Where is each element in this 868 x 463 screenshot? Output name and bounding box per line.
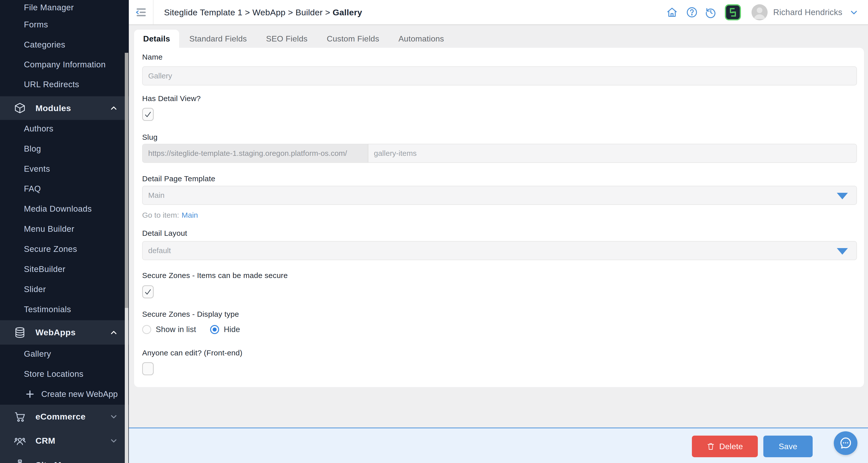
detail-layout-value: default (148, 246, 171, 255)
radio-hide[interactable] (210, 325, 219, 334)
dropdown-caret-icon (837, 248, 848, 255)
slug-input-value: gallery-items (368, 149, 416, 158)
user-name[interactable]: Richard Hendricks (773, 7, 842, 17)
has-detail-view-checkbox[interactable] (142, 108, 154, 121)
tab-standard-fields[interactable]: Standard Fields (180, 30, 256, 48)
sidebar-item-forms[interactable]: Forms (24, 20, 48, 29)
secure-zones-display-label: Secure Zones - Display type (142, 310, 239, 319)
header-actions: Richard Hendricks (666, 0, 859, 24)
sidebar-item-url-redirects[interactable]: URL Redirects (24, 80, 79, 89)
sidebar-item-gallery[interactable]: Gallery (24, 349, 51, 359)
has-detail-view-label: Has Detail View? (142, 94, 201, 103)
sidebar: File Manager Forms Categories Company In… (0, 0, 129, 463)
plus-icon (25, 389, 35, 399)
sidebar-item-categories[interactable]: Categories (24, 40, 65, 49)
chevron-up-icon[interactable] (109, 328, 118, 337)
delete-button[interactable]: Delete (692, 436, 758, 457)
trash-icon (707, 442, 715, 451)
sidebar-item-sitebuilder[interactable]: SiteBuilder (24, 264, 65, 274)
radio-show-in-list[interactable] (142, 325, 151, 334)
sidebar-item-blog[interactable]: Blog (24, 144, 41, 154)
sidebar-section-crm[interactable]: CRM (0, 429, 129, 453)
anyone-can-edit-label: Anyone can edit? (Front-end) (142, 349, 243, 357)
check-icon (144, 288, 152, 296)
slug-input[interactable]: https://siteglide-template-1.staging.ore… (142, 144, 857, 163)
detail-page-template-value: Main (148, 191, 164, 200)
name-input[interactable]: Gallery (142, 66, 857, 86)
sidebar-item-file-manager[interactable]: File Manager (24, 3, 74, 12)
sidebar-item-faq[interactable]: FAQ (24, 184, 41, 194)
radio-show-in-list-label[interactable]: Show in list (156, 325, 196, 334)
breadcrumb-current: Gallery (333, 7, 362, 17)
chevron-up-icon[interactable] (109, 104, 118, 112)
tab-custom-fields[interactable]: Custom Fields (318, 30, 388, 48)
anyone-can-edit-checkbox[interactable] (142, 362, 154, 375)
create-new-webapp-label: Create new WebApp (41, 389, 118, 399)
save-button-label: Save (779, 442, 797, 451)
detail-page-template-select[interactable]: Main (142, 186, 857, 205)
sidebar-section-label: Site Manager (35, 460, 90, 463)
chevron-down-icon[interactable] (109, 436, 118, 445)
sidebar-section-ecommerce[interactable]: eCommerce (0, 405, 129, 429)
sidebar-item-slider[interactable]: Slider (24, 285, 46, 294)
detail-layout-select[interactable]: default (142, 241, 857, 260)
secure-zones-items-checkbox[interactable] (142, 285, 154, 298)
siteglide-logo-icon[interactable] (724, 4, 741, 21)
sidebar-item-events[interactable]: Events (24, 164, 50, 174)
sidebar-section-site-manager[interactable]: Site Manager (0, 453, 129, 463)
home-icon[interactable] (666, 6, 678, 18)
sidebar-section-modules[interactable]: Modules (0, 96, 129, 120)
sidebar-item-company-information[interactable]: Company Information (24, 60, 106, 69)
go-to-item-row: Go to item:Main (142, 211, 198, 220)
tab-automations[interactable]: Automations (390, 30, 453, 48)
help-icon[interactable] (686, 6, 698, 18)
cube-icon (14, 102, 26, 114)
sidebar-item-testimonials[interactable]: Testimonials (24, 305, 71, 314)
person-silhouette-icon (751, 4, 768, 20)
sidebar-item-secure-zones[interactable]: Secure Zones (24, 244, 77, 254)
sidebar-item-store-locations[interactable]: Store Locations (24, 369, 84, 379)
dropdown-caret-icon (837, 193, 848, 199)
go-to-item-link[interactable]: Main (182, 211, 198, 219)
chevron-down-icon[interactable] (109, 412, 118, 421)
secure-zones-display-radio-group: Show in list Hide (142, 325, 240, 334)
sidebar-section-label: eCommerce (35, 412, 86, 422)
sidebar-section-label: Modules (35, 103, 71, 113)
tab-bar: Details Standard Fields SEO Fields Custo… (134, 30, 453, 48)
create-new-webapp-button[interactable]: Create new WebApp (25, 389, 118, 399)
action-bar: Delete Save (129, 428, 868, 463)
breadcrumb: Siteglide Template 1 > WebApp > Builder … (164, 7, 362, 17)
name-input-value: Gallery (148, 72, 172, 80)
slug-label: Slug (142, 133, 157, 141)
breadcrumb-path: Siteglide Template 1 > WebApp > Builder … (164, 7, 333, 17)
save-button[interactable]: Save (763, 436, 813, 457)
avatar[interactable] (751, 4, 768, 20)
sidebar-item-menu-builder[interactable]: Menu Builder (24, 224, 74, 234)
name-label: Name (142, 53, 162, 61)
details-panel: Name Gallery Has Detail View? Slug https… (134, 48, 864, 387)
top-header: Siteglide Template 1 > WebApp > Builder … (129, 0, 868, 25)
tab-seo-fields[interactable]: SEO Fields (257, 30, 317, 48)
slug-prefix: https://siteglide-template-1.staging.ore… (143, 144, 368, 162)
secure-zones-items-label: Secure Zones - Items can be made secure (142, 271, 288, 280)
chevron-down-icon[interactable] (849, 7, 859, 18)
sidebar-item-authors[interactable]: Authors (24, 124, 53, 133)
tab-details[interactable]: Details (134, 30, 179, 48)
shopping-cart-icon (14, 411, 26, 423)
chat-bubble-icon (839, 436, 852, 450)
detail-layout-label: Detail Layout (142, 229, 187, 237)
sidebar-section-label: CRM (35, 436, 55, 445)
sidebar-scrollbar-thumb[interactable] (125, 53, 128, 308)
sidebar-section-webapps[interactable]: WebApps (0, 320, 129, 344)
radio-hide-label[interactable]: Hide (224, 325, 240, 334)
collapse-sidebar-button[interactable] (129, 0, 153, 24)
database-icon (14, 327, 26, 338)
sidebar-item-media-downloads[interactable]: Media Downloads (24, 204, 92, 214)
sidebar-section-label: WebApps (35, 328, 76, 337)
users-icon (14, 435, 26, 447)
history-icon[interactable] (705, 6, 717, 18)
sidebar-scrollbar-track[interactable] (125, 53, 128, 463)
go-to-item-label: Go to item: (142, 211, 179, 219)
chat-fab-button[interactable] (834, 431, 858, 455)
sitemap-icon (14, 459, 26, 463)
